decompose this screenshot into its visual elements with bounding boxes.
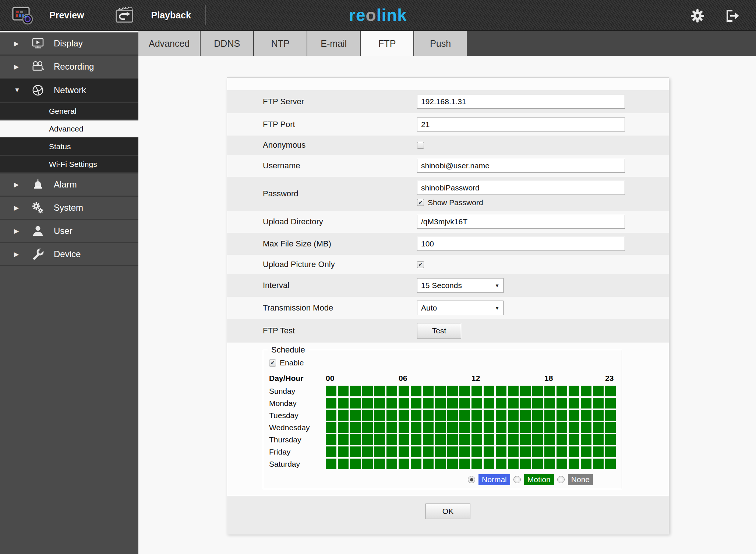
schedule-cell[interactable] <box>362 434 373 445</box>
schedule-cell[interactable] <box>338 422 349 433</box>
schedule-cell[interactable] <box>581 459 591 469</box>
schedule-cell[interactable] <box>447 434 458 445</box>
schedule-cell[interactable] <box>593 410 604 421</box>
schedule-cell[interactable] <box>484 422 494 433</box>
schedule-cell[interactable] <box>581 446 591 457</box>
interval-select[interactable]: 15 Seconds▼ <box>417 278 504 293</box>
schedule-cell[interactable] <box>362 398 373 409</box>
schedule-cell[interactable] <box>399 398 409 409</box>
schedule-cell[interactable] <box>350 422 361 433</box>
tab-ddns[interactable]: DDNS <box>201 31 253 56</box>
schedule-cell[interactable] <box>484 434 494 445</box>
schedule-cell[interactable] <box>374 434 385 445</box>
schedule-cell[interactable] <box>374 398 385 409</box>
schedule-cell[interactable] <box>496 459 506 469</box>
schedule-cell[interactable] <box>569 434 579 445</box>
schedule-cell[interactable] <box>435 398 446 409</box>
tab-advanced[interactable]: Advanced <box>138 31 200 56</box>
schedule-cell[interactable] <box>532 410 543 421</box>
schedule-cell[interactable] <box>386 386 397 396</box>
schedule-cell[interactable] <box>338 398 349 409</box>
schedule-cell[interactable] <box>471 446 482 457</box>
schedule-cell[interactable] <box>423 459 434 469</box>
sidebar-subitem-status[interactable]: Status <box>0 138 138 156</box>
schedule-cell[interactable] <box>532 459 543 469</box>
schedule-cell[interactable] <box>508 422 519 433</box>
schedule-cell[interactable] <box>386 459 397 469</box>
schedule-cell[interactable] <box>484 446 494 457</box>
schedule-cell[interactable] <box>459 422 470 433</box>
schedule-cell[interactable] <box>544 410 555 421</box>
schedule-cell[interactable] <box>435 446 446 457</box>
schedule-cell[interactable] <box>362 410 373 421</box>
schedule-cell[interactable] <box>447 398 458 409</box>
schedule-cell[interactable] <box>471 410 482 421</box>
sidebar-item-alarm[interactable]: ▶ Alarm <box>0 173 138 197</box>
schedule-cell[interactable] <box>532 422 543 433</box>
schedule-cell[interactable] <box>544 434 555 445</box>
schedule-cell[interactable] <box>386 410 397 421</box>
schedule-cell[interactable] <box>362 459 373 469</box>
schedule-cell[interactable] <box>593 434 604 445</box>
schedule-cell[interactable] <box>362 386 373 396</box>
schedule-cell[interactable] <box>423 386 434 396</box>
schedule-cell[interactable] <box>350 398 361 409</box>
schedule-cell[interactable] <box>350 386 361 396</box>
schedule-cell[interactable] <box>569 398 579 409</box>
schedule-cell[interactable] <box>581 422 591 433</box>
schedule-cell[interactable] <box>399 434 409 445</box>
schedule-cell[interactable] <box>593 446 604 457</box>
max-file-size-input[interactable] <box>417 237 625 251</box>
password-input[interactable] <box>417 181 625 195</box>
sidebar-subitem-advanced[interactable]: Advanced <box>0 120 138 138</box>
schedule-cell[interactable] <box>484 459 494 469</box>
schedule-cell[interactable] <box>399 446 409 457</box>
mode-label-normal[interactable]: Normal <box>478 474 510 485</box>
schedule-cell[interactable] <box>605 446 616 457</box>
schedule-cell[interactable] <box>399 386 409 396</box>
gear-icon[interactable] <box>690 8 705 24</box>
schedule-cell[interactable] <box>593 459 604 469</box>
schedule-cell[interactable] <box>544 398 555 409</box>
schedule-cell[interactable] <box>532 386 543 396</box>
anonymous-checkbox[interactable] <box>417 142 424 149</box>
schedule-cell[interactable] <box>557 410 567 421</box>
mode-label-none[interactable]: None <box>568 474 593 485</box>
schedule-cell[interactable] <box>374 422 385 433</box>
menu-preview[interactable]: Preview <box>11 5 84 25</box>
schedule-cell[interactable] <box>411 434 421 445</box>
schedule-cell[interactable] <box>411 398 421 409</box>
schedule-cell[interactable] <box>399 459 409 469</box>
schedule-cell[interactable] <box>605 422 616 433</box>
schedule-cell[interactable] <box>338 459 349 469</box>
schedule-cell[interactable] <box>350 459 361 469</box>
schedule-cell[interactable] <box>447 446 458 457</box>
schedule-cell[interactable] <box>484 410 494 421</box>
schedule-cell[interactable] <box>569 410 579 421</box>
schedule-cell[interactable] <box>581 410 591 421</box>
sidebar-item-system[interactable]: ▶ System <box>0 197 138 220</box>
test-button[interactable]: Test <box>417 323 461 339</box>
schedule-cell[interactable] <box>411 386 421 396</box>
schedule-cell[interactable] <box>447 386 458 396</box>
schedule-cell[interactable] <box>593 398 604 409</box>
username-input[interactable] <box>417 159 625 173</box>
ok-button[interactable]: OK <box>425 504 470 519</box>
schedule-cell[interactable] <box>326 386 336 396</box>
logout-icon[interactable] <box>724 8 741 24</box>
schedule-cell[interactable] <box>605 459 616 469</box>
schedule-cell[interactable] <box>423 398 434 409</box>
schedule-cell[interactable] <box>520 410 531 421</box>
schedule-cell[interactable] <box>605 410 616 421</box>
schedule-cell[interactable] <box>484 398 494 409</box>
schedule-cell[interactable] <box>411 459 421 469</box>
schedule-cell[interactable] <box>471 422 482 433</box>
schedule-cell[interactable] <box>484 386 494 396</box>
schedule-cell[interactable] <box>459 434 470 445</box>
schedule-cell[interactable] <box>399 410 409 421</box>
schedule-cell[interactable] <box>557 398 567 409</box>
sidebar-subitem-general[interactable]: General <box>0 103 138 120</box>
schedule-cell[interactable] <box>459 446 470 457</box>
schedule-cell[interactable] <box>569 386 579 396</box>
schedule-cell[interactable] <box>544 459 555 469</box>
